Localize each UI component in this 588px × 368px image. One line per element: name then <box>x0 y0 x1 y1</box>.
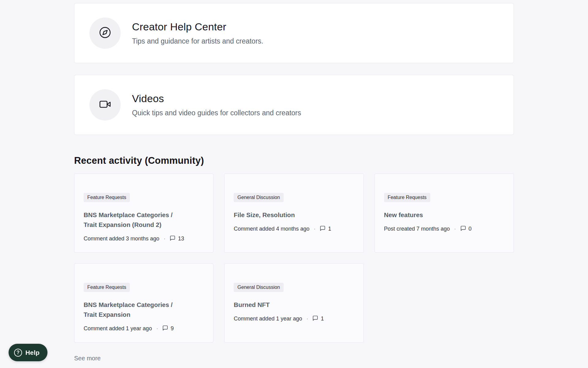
meta-separator: · <box>454 226 456 232</box>
comment-count: 1 <box>312 315 324 323</box>
comment-icon <box>320 225 326 233</box>
post-meta-text: Comment added 3 months ago <box>84 236 159 242</box>
category-badge: General Discussion <box>234 193 284 202</box>
comment-count: 9 <box>162 325 174 332</box>
recent-activity-grid: Feature Requests BNS Marketplace Categor… <box>74 174 514 343</box>
meta-separator: · <box>306 316 308 322</box>
comment-count-value: 0 <box>469 226 472 232</box>
post-meta-text: Comment added 1 year ago <box>84 325 152 332</box>
post-title[interactable]: File Size, Resolution <box>234 210 335 220</box>
post-meta-text: Comment added 1 year ago <box>234 316 302 322</box>
post-card[interactable]: General Discussion Burned NFT Comment ad… <box>224 263 364 343</box>
comment-count-value: 1 <box>321 316 324 322</box>
post-meta: Comment added 1 year ago · 1 <box>234 315 354 323</box>
post-meta: Comment added 4 months ago · 1 <box>234 225 354 233</box>
post-title[interactable]: New features <box>384 210 485 220</box>
see-more-link[interactable]: See more <box>74 355 101 362</box>
hero-subtitle: Tips and guidance for artists and creato… <box>132 37 263 45</box>
meta-separator: · <box>314 226 315 232</box>
post-card[interactable]: Feature Requests BNS Marketplace Categor… <box>74 174 213 253</box>
hero-card-creator-help-center[interactable]: Creator Help Center Tips and guidance fo… <box>74 3 514 63</box>
hero-subtitle: Quick tips and video guides for collecto… <box>132 109 301 117</box>
help-button[interactable]: ? Help <box>9 344 47 361</box>
question-circle-icon: ? <box>14 349 22 357</box>
hero-icon-circle <box>89 89 121 121</box>
comment-count: 0 <box>460 225 472 233</box>
help-button-label: Help <box>25 349 40 356</box>
hero-card-videos[interactable]: Videos Quick tips and video guides for c… <box>74 75 514 135</box>
comment-count: 13 <box>170 235 184 243</box>
meta-separator: · <box>164 236 165 242</box>
comment-icon <box>162 325 168 332</box>
post-meta: Comment added 1 year ago · 9 <box>84 325 204 332</box>
post-title[interactable]: BNS Marketplace Categories / Trait Expan… <box>84 210 185 230</box>
comment-count-value: 13 <box>178 236 184 242</box>
category-badge: Feature Requests <box>84 193 130 202</box>
hero-icon-circle <box>89 17 121 49</box>
hero-text: Videos Quick tips and video guides for c… <box>132 93 301 117</box>
post-meta-text: Comment added 4 months ago <box>234 226 309 232</box>
category-badge: General Discussion <box>234 283 284 292</box>
meta-separator: · <box>156 325 158 332</box>
hero-title: Videos <box>132 93 301 105</box>
comment-icon <box>170 235 175 243</box>
compass-icon <box>99 26 111 40</box>
post-meta-text: Post created 7 months ago <box>384 226 450 232</box>
post-title[interactable]: Burned NFT <box>234 300 335 310</box>
category-badge: Feature Requests <box>84 283 130 292</box>
post-meta: Post created 7 months ago · 0 <box>384 225 504 233</box>
post-card[interactable]: Feature Requests BNS Marketplace Categor… <box>74 263 213 343</box>
hero-title: Creator Help Center <box>132 21 263 33</box>
comment-icon <box>312 315 318 323</box>
hero-text: Creator Help Center Tips and guidance fo… <box>132 21 263 45</box>
page-content: Creator Help Center Tips and guidance fo… <box>74 0 514 368</box>
video-icon <box>99 98 111 112</box>
post-meta: Comment added 3 months ago · 13 <box>84 235 204 243</box>
post-title[interactable]: BNS Marketplace Categories / Trait Expan… <box>84 300 185 320</box>
post-card[interactable]: General Discussion File Size, Resolution… <box>224 174 364 253</box>
category-badge: Feature Requests <box>384 193 430 202</box>
recent-activity-heading: Recent activity (Community) <box>74 155 514 166</box>
comment-count-value: 1 <box>328 226 331 232</box>
post-card[interactable]: Feature Requests New features Post creat… <box>375 174 514 253</box>
comment-count: 1 <box>320 225 331 233</box>
comment-count-value: 9 <box>171 325 174 332</box>
comment-icon <box>460 225 466 233</box>
